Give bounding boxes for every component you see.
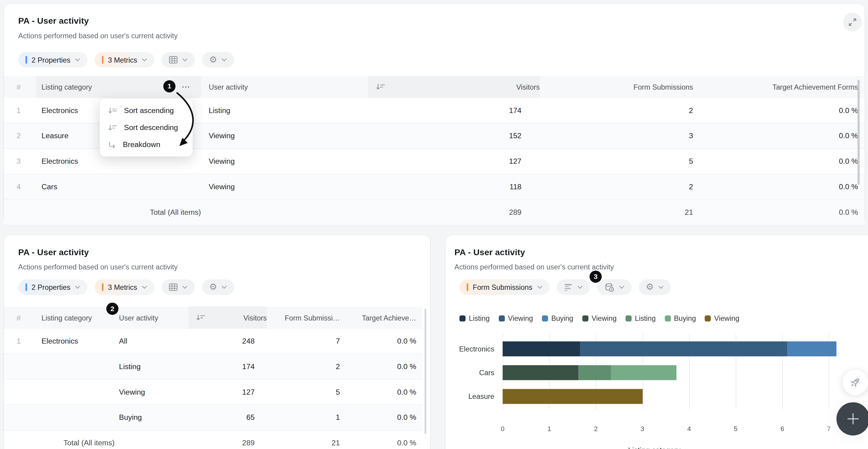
table-cell: 0.0 % — [700, 132, 865, 140]
column-header[interactable]: # — [4, 307, 32, 329]
settings-chip[interactable]: ⚙ — [202, 280, 234, 295]
table-row[interactable]: Buying6510.0 % — [4, 405, 423, 430]
table-total-cell: 289 — [188, 439, 267, 447]
add-widget-button[interactable] — [836, 402, 868, 435]
chevron-down-icon — [142, 58, 147, 61]
properties-chip-label: 2 Properties — [32, 283, 70, 291]
widget-user-activity-table: PA - User activity Actions performed bas… — [4, 4, 865, 223]
data-source-chip[interactable] — [597, 280, 631, 295]
settings-chip[interactable]: ⚙ — [202, 52, 234, 67]
menu-item-sort-ascending[interactable]: Sort ascending — [100, 102, 193, 119]
table-cell: 127 — [188, 388, 267, 396]
table-cell: Listing — [201, 106, 368, 115]
bar-electronics — [503, 342, 836, 356]
column-header[interactable]: Form Submissi… — [267, 307, 343, 329]
table-cell: 0.0 % — [700, 183, 865, 191]
column-header[interactable]: Target Achieve… — [343, 307, 422, 329]
legend-label: Listing — [635, 314, 656, 323]
bar-segment-buying — [787, 342, 836, 356]
table-cell: 1 — [4, 106, 36, 115]
table-grid-icon — [169, 283, 178, 291]
properties-indicator — [26, 56, 27, 63]
table-total-cell: 21 — [540, 208, 700, 216]
chevron-down-icon — [75, 286, 80, 289]
menu-item-sort-descending[interactable]: Sort descending — [100, 119, 193, 136]
x-tick-label: 0 — [501, 425, 504, 432]
table-header-row: #Listing categoryUser activity VisitorsF… — [4, 307, 423, 329]
menu-item-breakdown[interactable]: Breakdown — [100, 136, 193, 153]
column-header[interactable]: Listing category — [32, 307, 115, 329]
column-header-label: Form Submissi… — [285, 314, 340, 322]
x-tick-label: 6 — [780, 425, 784, 432]
view-type-chip[interactable] — [162, 280, 195, 295]
x-tick-label: 4 — [687, 425, 691, 432]
table-cell: Electronics — [32, 337, 115, 345]
column-header[interactable]: Target Achievement Forms — [700, 76, 865, 98]
expand-widget-button[interactable] — [843, 13, 862, 32]
metrics-chip-label: 3 Metrics — [108, 56, 137, 64]
legend-swatch — [542, 315, 548, 321]
table-cell: 2 — [267, 362, 343, 371]
properties-chip-label: 2 Properties — [32, 56, 70, 64]
table-row[interactable]: Listing17420.0 % — [4, 354, 423, 380]
annotation-badge-3: 3 — [590, 271, 602, 283]
gear-icon: ⚙ — [209, 55, 217, 64]
chart-plot-area — [503, 333, 868, 410]
properties-chip[interactable]: 2 Properties — [18, 52, 88, 67]
annotation-badge-2: 2 — [106, 302, 119, 315]
legend-item: Buying — [665, 314, 696, 323]
x-axis-title: Listing category — [628, 446, 680, 449]
column-header[interactable]: # — [4, 76, 36, 98]
horizontal-bars-icon — [564, 283, 572, 291]
legend-swatch — [665, 315, 671, 321]
properties-chip[interactable]: 2 Properties — [18, 280, 88, 295]
column-header-label: Target Achieve… — [362, 314, 416, 322]
table-scrollbar[interactable] — [857, 79, 860, 185]
table-cell: 2 — [540, 106, 700, 115]
table-cell: 0.0 % — [343, 362, 422, 371]
metrics-chip[interactable]: 3 Metrics — [95, 52, 154, 67]
column-header[interactable]: User activity — [115, 307, 188, 329]
settings-chip[interactable]: ⚙ — [639, 280, 671, 295]
menu-item-label: Sort descending — [124, 123, 178, 132]
bar-cars — [503, 365, 677, 380]
chevron-down-icon — [577, 286, 583, 289]
chevron-down-icon — [182, 58, 188, 61]
column-header[interactable]: User activity — [201, 76, 368, 98]
table-row[interactable]: Viewing12750.0 % — [4, 379, 423, 405]
bar-leasure — [503, 389, 643, 404]
column-header-label: Visitors — [205, 314, 267, 322]
view-type-chip[interactable] — [162, 52, 195, 67]
more-options-icon[interactable]: ⋯ — [181, 82, 190, 92]
column-header-sorted[interactable]: Visitors — [368, 76, 540, 98]
table-row[interactable]: 4CarsViewing11820.0 % — [4, 174, 865, 200]
bar-segment-viewing — [503, 365, 579, 380]
table-row[interactable]: 1ElectronicsAll24870.0 % — [4, 329, 423, 354]
metric-chip[interactable]: Form Submissions — [460, 280, 550, 295]
widget-subtitle: Actions performed based on user's curren… — [18, 263, 178, 271]
legend-swatch — [460, 315, 466, 321]
sort-descending-icon — [375, 83, 385, 91]
category-label: Electronics — [445, 345, 494, 353]
table-grid-icon — [169, 56, 178, 63]
column-context-menu: Sort ascending Sort descending Breakdown — [100, 98, 193, 156]
legend-swatch — [625, 315, 631, 321]
table-cell: 0.0 % — [700, 157, 865, 165]
table-scrollbar[interactable] — [425, 309, 426, 434]
plus-icon — [846, 412, 860, 426]
chart-type-chip[interactable] — [557, 280, 590, 295]
sort-descending-icon — [107, 124, 118, 131]
chevron-down-icon — [75, 58, 80, 61]
widget-chart: PA - User activity Actions performed bas… — [445, 235, 868, 449]
widget-title: PA - User activity — [18, 247, 89, 257]
x-tick-label: 3 — [641, 425, 644, 432]
legend-label: Buying — [674, 314, 696, 323]
column-header[interactable]: Listing category — [36, 76, 201, 98]
table-cell: Viewing — [201, 132, 368, 140]
chevron-down-icon — [619, 286, 624, 289]
column-header-sorted[interactable]: Visitors — [188, 307, 267, 329]
column-header[interactable]: Form Submissions — [540, 76, 700, 98]
metrics-chip[interactable]: 3 Metrics — [95, 280, 154, 295]
legend-label: Viewing — [591, 314, 617, 323]
assistant-button[interactable] — [842, 370, 868, 395]
